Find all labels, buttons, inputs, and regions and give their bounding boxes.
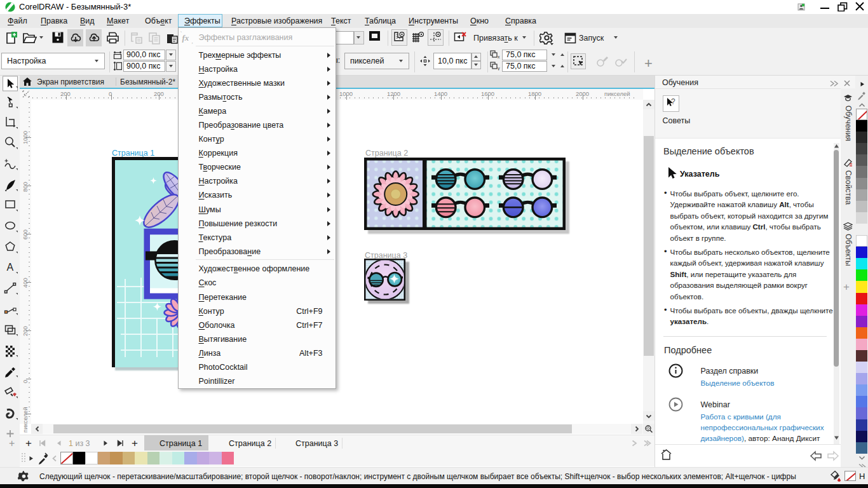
svg-text:?: ? — [671, 97, 675, 106]
svg-text:A: A — [7, 262, 14, 273]
svg-text:x: x — [498, 55, 500, 59]
svg-text:y: y — [498, 66, 500, 71]
